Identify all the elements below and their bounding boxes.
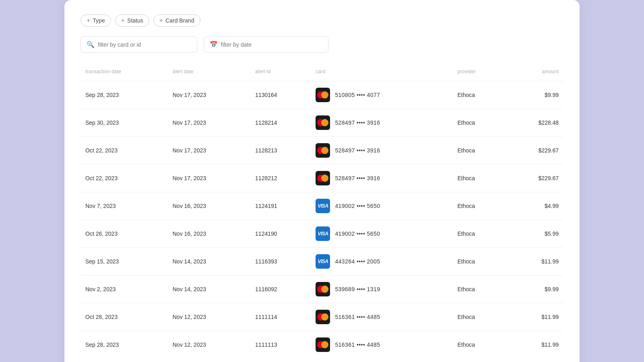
cell-provider: Ethoca [453, 81, 506, 109]
cell-alert-date: Nov 12, 2023 [168, 303, 250, 331]
card-search-input[interactable] [98, 41, 191, 48]
cell-alert-date: Nov 14, 2023 [168, 248, 250, 276]
cell-alert-id: 1128214 [250, 109, 311, 137]
filter-chips-row: + Type + Status + Card Brand [80, 14, 564, 27]
card-number: 539689 •••• 1319 [335, 286, 380, 292]
cell-amount: $229.67 [506, 165, 564, 192]
cell-transaction-date: Oct 28, 2023 [80, 303, 168, 331]
col-header-alert-date: alert date [168, 66, 250, 81]
cell-card: 528497 •••• 3916 [311, 137, 452, 165]
chip-type[interactable]: + Type [80, 14, 111, 27]
plus-icon-card-brand: + [159, 17, 163, 24]
cell-transaction-date: Nov 7, 2023 [80, 192, 168, 220]
cell-provider: Ethoca [453, 137, 506, 165]
col-header-provider: provider [453, 66, 506, 81]
date-search-box: 📅 [204, 36, 328, 53]
cell-amount: $4.99 [506, 192, 564, 220]
cell-alert-id: 1124191 [250, 192, 311, 220]
plus-icon-status: + [121, 17, 125, 24]
cell-amount: $228.48 [506, 109, 564, 137]
cell-transaction-date: Oct 26, 2023 [80, 220, 168, 248]
card-number: 510805 •••• 4077 [335, 92, 380, 98]
table-row: Sep 28, 2023Nov 12, 20231111113516361 ••… [80, 331, 564, 359]
table-body: Sep 28, 2023Nov 17, 20231130164510805 ••… [80, 81, 564, 359]
col-header-alert-id: alert id [250, 66, 311, 81]
cell-alert-id: 1111114 [250, 303, 311, 331]
cell-card: VISA443264 •••• 2005 [311, 248, 452, 276]
cell-provider: Ethoca [453, 192, 506, 220]
cell-alert-date: Nov 17, 2023 [168, 81, 250, 109]
card-number: 528497 •••• 3916 [335, 147, 380, 154]
table-row: Oct 28, 2023Nov 12, 20231111114516361 ••… [80, 303, 564, 331]
search-icon: 🔍 [87, 41, 95, 48]
plus-icon-type: + [87, 17, 90, 24]
mastercard-icon [316, 337, 330, 352]
cell-alert-date: Nov 16, 2023 [168, 220, 250, 248]
mastercard-icon [316, 310, 330, 324]
col-header-card: card [311, 66, 452, 81]
cell-amount: $9.99 [506, 81, 564, 109]
cell-provider: Ethoca [453, 303, 506, 331]
cell-provider: Ethoca [453, 220, 506, 248]
cell-alert-date: Nov 17, 2023 [168, 137, 250, 165]
mastercard-icon [316, 143, 330, 158]
chip-type-label: Type [93, 17, 105, 24]
cell-card: 510805 •••• 4077 [311, 81, 452, 109]
cell-alert-id: 1128212 [250, 165, 311, 192]
mastercard-icon [316, 88, 330, 102]
card-number: 528497 •••• 3916 [335, 119, 380, 126]
chip-card-brand[interactable]: + Card Brand [153, 14, 200, 27]
card-number: 528497 •••• 3916 [335, 175, 380, 181]
card-number: 419002 •••• 5650 [335, 230, 380, 237]
cell-alert-id: 1128213 [250, 137, 311, 165]
cell-card: VISA419002 •••• 5650 [311, 220, 452, 248]
table-row: Sep 30, 2023Nov 17, 20231128214528497 ••… [80, 109, 564, 137]
mastercard-icon [316, 282, 330, 296]
cell-amount: $9.99 [506, 276, 564, 303]
chip-status[interactable]: + Status [115, 14, 149, 27]
cell-transaction-date: Nov 2, 2023 [80, 276, 168, 303]
cell-transaction-date: Sep 30, 2023 [80, 109, 168, 137]
card-search-box: 🔍 [80, 36, 197, 53]
table-header: transaction date alert date alert id car… [80, 66, 564, 81]
cell-transaction-date: Oct 22, 2023 [80, 165, 168, 192]
cell-amount: $11.99 [506, 248, 564, 276]
cell-card: 516361 •••• 4485 [311, 331, 452, 359]
cell-alert-id: 1130164 [250, 81, 311, 109]
visa-icon: VISA [316, 254, 330, 269]
cell-amount: $229.67 [506, 137, 564, 165]
cell-provider: Ethoca [453, 331, 506, 359]
cell-alert-id: 1116092 [250, 276, 311, 303]
cell-card: VISA419002 •••• 5650 [311, 192, 452, 220]
card-number: 419002 •••• 5650 [335, 203, 380, 209]
table-row: Sep 15, 2023Nov 14, 20231116393VISA44326… [80, 248, 564, 276]
visa-icon: VISA [316, 226, 330, 241]
table-row: Nov 2, 2023Nov 14, 20231116092539689 •••… [80, 276, 564, 303]
card-number: 516361 •••• 4485 [335, 314, 380, 320]
cell-alert-date: Nov 17, 2023 [168, 165, 250, 192]
cell-transaction-date: Oct 22, 2023 [80, 137, 168, 165]
table-row: Oct 26, 2023Nov 16, 20231124190VISA41900… [80, 220, 564, 248]
cell-amount: $11.99 [506, 331, 564, 359]
cell-card: 528497 •••• 3916 [311, 165, 452, 192]
cell-provider: Ethoca [453, 165, 506, 192]
cell-amount: $11.99 [506, 303, 564, 331]
calendar-icon: 📅 [210, 41, 218, 48]
chip-card-brand-label: Card Brand [165, 17, 194, 24]
date-search-input[interactable] [221, 41, 322, 48]
search-row: 🔍 📅 [80, 36, 564, 53]
cell-provider: Ethoca [453, 276, 506, 303]
visa-icon: VISA [316, 199, 330, 213]
table-row: Sep 28, 2023Nov 17, 20231130164510805 ••… [80, 81, 564, 109]
cell-provider: Ethoca [453, 248, 506, 276]
chip-status-label: Status [127, 17, 143, 24]
table-row: Oct 22, 2023Nov 17, 20231128212528497 ••… [80, 165, 564, 192]
col-header-transaction-date: transaction date [80, 66, 168, 81]
card-number: 443264 •••• 2005 [335, 258, 380, 265]
table-row: Nov 7, 2023Nov 16, 20231124191VISA419002… [80, 192, 564, 220]
cell-alert-id: 1111113 [250, 331, 311, 359]
cell-amount: $5.99 [506, 220, 564, 248]
cell-transaction-date: Sep 28, 2023 [80, 81, 168, 109]
cell-alert-date: Nov 14, 2023 [168, 276, 250, 303]
cell-alert-date: Nov 16, 2023 [168, 192, 250, 220]
